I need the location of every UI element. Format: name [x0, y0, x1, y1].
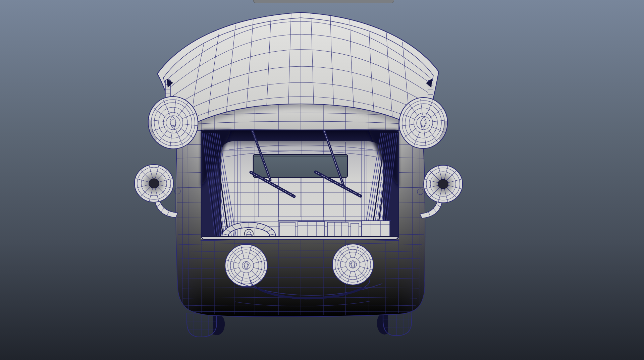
windshield-opening — [201, 130, 399, 241]
left-wheel-well — [213, 313, 225, 335]
left-headlight-eye — [225, 244, 267, 287]
in-view-toolbar[interactable] — [253, 0, 394, 3]
dashboard-boxes — [278, 221, 391, 237]
left-horn — [135, 165, 180, 218]
bus-model[interactable] — [0, 0, 644, 360]
right-headlight-eye — [332, 244, 373, 285]
viewport-canvas[interactable] — [0, 0, 644, 360]
left-wheel — [187, 313, 217, 337]
